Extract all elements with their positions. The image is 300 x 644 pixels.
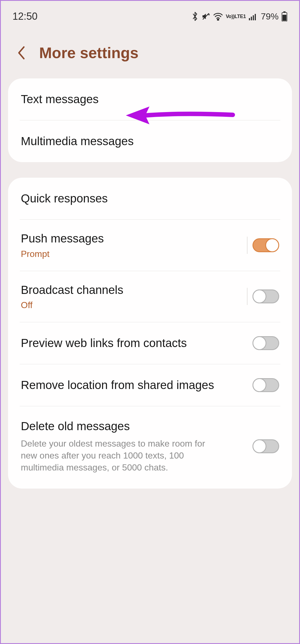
battery-percent: 79% [261,11,279,22]
battery-icon [281,11,288,21]
row-preview-web-links[interactable]: Preview web links from contacts [8,322,292,364]
mute-icon [201,12,210,21]
row-title: Remove location from shared images [21,378,247,393]
row-title: Multimedia messages [21,134,274,149]
svg-rect-4 [253,15,254,20]
header: More settings [1,29,299,78]
toggle-push-messages[interactable] [252,238,279,252]
row-title: Broadcast channels [21,283,241,298]
toggle-remove-location[interactable] [252,378,279,392]
svg-rect-8 [282,15,286,21]
row-remove-location[interactable]: Remove location from shared images [8,364,292,406]
row-description: Delete your oldest messages to make room… [21,438,210,474]
row-title: Push messages [21,231,241,246]
row-title: Delete old messages [21,419,247,434]
signal-icon [249,13,258,20]
back-button[interactable] [15,46,29,60]
wifi-icon [213,12,223,21]
page-title: More settings [39,44,139,62]
toggle-delete-old-messages[interactable] [252,439,279,453]
separator [247,288,248,305]
row-text-messages[interactable]: Text messages [8,78,292,120]
volte-icon: Vo))LTE1 [226,14,246,19]
row-title: Text messages [21,92,274,107]
row-subtitle: Prompt [21,249,241,259]
section-more-options: Quick responses Push messages Prompt Bro… [8,178,292,489]
row-push-messages[interactable]: Push messages Prompt [8,220,292,271]
svg-rect-2 [249,18,250,20]
status-bar: 12:50 Vo))LTE1 [1,1,299,29]
chevron-left-icon [17,45,27,60]
separator [247,237,248,254]
row-multimedia-messages[interactable]: Multimedia messages [8,120,292,162]
row-quick-responses[interactable]: Quick responses [8,178,292,219]
section-message-types: Text messages Multimedia messages [8,78,292,162]
toggle-broadcast-channels[interactable] [252,289,279,303]
status-time: 12:50 [12,11,38,22]
status-icons: Vo))LTE1 79% [191,11,288,22]
toggle-preview-web-links[interactable] [252,336,279,350]
row-delete-old-messages[interactable]: Delete old messages Delete your oldest m… [8,406,292,489]
svg-point-1 [217,19,219,21]
bluetooth-icon [191,11,199,21]
row-title: Quick responses [21,191,274,206]
svg-rect-5 [255,14,256,20]
row-subtitle: Off [21,300,241,310]
row-broadcast-channels[interactable]: Broadcast channels Off [8,271,292,322]
svg-rect-3 [251,17,252,20]
row-title: Preview web links from contacts [21,336,247,351]
